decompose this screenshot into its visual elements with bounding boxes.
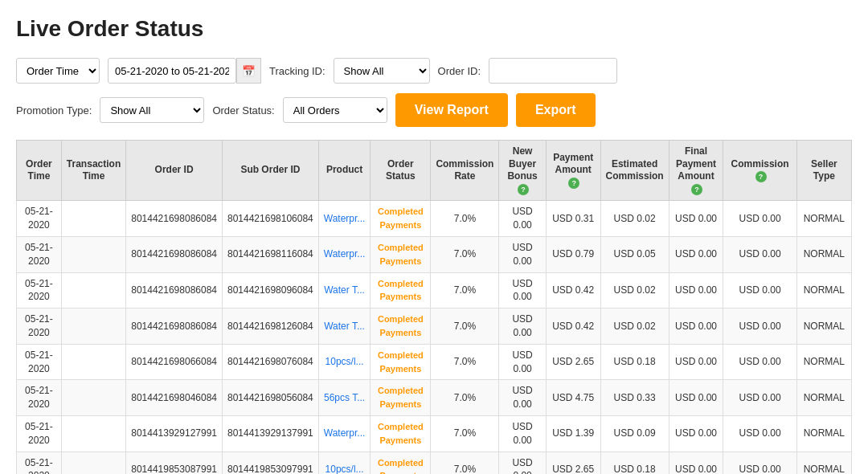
cell-order-time: 05-21-2020 bbox=[17, 272, 62, 309]
cell-sub-order-id: 8014419853097991 bbox=[223, 452, 319, 474]
order-status-value: CompletedPayments bbox=[378, 279, 424, 302]
cell-commission: USD 0.00 bbox=[723, 236, 796, 272]
order-status-value: CompletedPayments bbox=[378, 206, 424, 230]
cell-estimated-commission: USD 0.02 bbox=[600, 201, 669, 237]
cell-estimated-commission: USD 0.02 bbox=[600, 272, 669, 309]
cell-new-buyer-bonus: USD 0.00 bbox=[499, 236, 546, 272]
cell-payment-amount: USD 1.39 bbox=[546, 415, 600, 452]
final-payment-help-icon: ? bbox=[691, 184, 702, 195]
cell-new-buyer-bonus: USD 0.00 bbox=[499, 272, 546, 309]
cell-estimated-commission: USD 0.33 bbox=[600, 380, 669, 416]
cell-product[interactable]: Waterpr... bbox=[318, 201, 371, 237]
cell-new-buyer-bonus: USD 0.00 bbox=[499, 201, 546, 237]
promotion-type-select[interactable]: Show All bbox=[100, 97, 204, 123]
order-status-value: CompletedPayments bbox=[378, 386, 424, 409]
cell-estimated-commission: USD 0.05 bbox=[600, 236, 669, 272]
date-range-input[interactable] bbox=[108, 58, 236, 84]
col-final-payment-amount: FinalPaymentAmount ? bbox=[669, 141, 723, 201]
cell-commission-rate: 7.0% bbox=[431, 272, 499, 309]
cell-sub-order-id: 8014413929137991 bbox=[223, 415, 319, 452]
tracking-id-select[interactable]: Show All bbox=[334, 58, 430, 84]
product-link[interactable]: Waterpr... bbox=[324, 213, 366, 224]
order-status-value: CompletedPayments bbox=[378, 422, 424, 445]
tracking-id-label: Tracking ID: bbox=[269, 65, 326, 77]
order-status-value: CompletedPayments bbox=[378, 458, 424, 474]
col-transaction-time: TransactionTime bbox=[61, 141, 125, 201]
cell-order-id: 8014421698086084 bbox=[126, 201, 223, 237]
cell-product[interactable]: Water T... bbox=[318, 309, 371, 345]
commission-help-icon: ? bbox=[755, 171, 767, 182]
table-row: 05-21-2020 8014421698086084 801442169809… bbox=[17, 272, 852, 309]
cell-sub-order-id: 8014421698096084 bbox=[223, 272, 319, 309]
cell-order-status: CompletedPayments bbox=[371, 236, 431, 272]
cell-payment-amount: USD 0.79 bbox=[546, 236, 600, 272]
col-order-time: Order Time bbox=[17, 141, 62, 201]
export-button[interactable]: Export bbox=[516, 93, 596, 127]
cell-sub-order-id: 8014421698126084 bbox=[223, 309, 319, 345]
cell-sub-order-id: 8014421698076084 bbox=[223, 344, 319, 380]
product-link[interactable]: 56pcs T... bbox=[324, 392, 365, 403]
product-link[interactable]: Water T... bbox=[324, 284, 365, 296]
payment-amount-help-icon: ? bbox=[568, 178, 579, 189]
product-link[interactable]: 10pcs/l... bbox=[326, 464, 364, 474]
order-id-label: Order ID: bbox=[438, 65, 481, 77]
cell-product[interactable]: 10pcs/l... bbox=[318, 344, 371, 380]
cell-payment-amount: USD 2.65 bbox=[546, 452, 600, 474]
table-row: 05-21-2020 8014413929127991 801441392913… bbox=[17, 415, 852, 452]
cell-new-buyer-bonus: USD 0.00 bbox=[499, 415, 546, 452]
view-report-button[interactable]: View Report bbox=[395, 93, 508, 127]
cell-order-status: CompletedPayments bbox=[371, 415, 431, 452]
table-row: 05-21-2020 8014421698046084 801442169805… bbox=[17, 380, 852, 416]
cell-commission-rate: 7.0% bbox=[431, 415, 499, 452]
cell-seller-type: NORMAL bbox=[796, 452, 851, 474]
cell-commission: USD 0.00 bbox=[723, 452, 796, 474]
orders-table: Order Time TransactionTime Order ID Sub … bbox=[16, 140, 852, 474]
cell-product[interactable]: 10pcs/l... bbox=[318, 452, 371, 474]
cell-order-id: 8014421698086084 bbox=[126, 236, 223, 272]
cell-product[interactable]: Waterpr... bbox=[318, 236, 371, 272]
cell-commission: USD 0.00 bbox=[723, 344, 796, 380]
col-sub-order-id: Sub Order ID bbox=[223, 141, 319, 201]
product-link[interactable]: 10pcs/l... bbox=[326, 356, 364, 367]
col-new-buyer-bonus: New BuyerBonus ? bbox=[499, 141, 546, 201]
cell-product[interactable]: Water T... bbox=[318, 272, 371, 309]
cell-final-payment-amount: USD 0.00 bbox=[669, 380, 723, 416]
cell-final-payment-amount: USD 0.00 bbox=[669, 415, 723, 452]
cell-final-payment-amount: USD 0.00 bbox=[669, 236, 723, 272]
cell-order-status: CompletedPayments bbox=[371, 309, 431, 345]
cell-commission-rate: 7.0% bbox=[431, 309, 499, 345]
product-link[interactable]: Waterpr... bbox=[324, 248, 366, 259]
cell-payment-amount: USD 0.42 bbox=[546, 272, 600, 309]
cell-new-buyer-bonus: USD 0.00 bbox=[499, 344, 546, 380]
cell-estimated-commission: USD 0.09 bbox=[600, 415, 669, 452]
calendar-button[interactable]: 📅 bbox=[236, 58, 261, 84]
order-time-select[interactable]: Order Time bbox=[16, 58, 100, 84]
cell-estimated-commission: USD 0.02 bbox=[600, 309, 669, 345]
cell-seller-type: NORMAL bbox=[796, 380, 851, 416]
cell-product[interactable]: Waterpr... bbox=[318, 415, 371, 452]
table-row: 05-21-2020 8014419853087991 801441985309… bbox=[17, 452, 852, 474]
cell-transaction-time bbox=[61, 344, 125, 380]
col-commission-rate: CommissionRate bbox=[431, 141, 499, 201]
cell-transaction-time bbox=[61, 201, 125, 237]
cell-order-status: CompletedPayments bbox=[371, 201, 431, 237]
cell-final-payment-amount: USD 0.00 bbox=[669, 452, 723, 474]
col-order-id: Order ID bbox=[126, 141, 223, 201]
table-row: 05-21-2020 8014421698086084 801442169812… bbox=[17, 309, 852, 345]
cell-product[interactable]: 56pcs T... bbox=[318, 380, 371, 416]
cell-estimated-commission: USD 0.18 bbox=[600, 344, 669, 380]
page-title: Live Order Status bbox=[16, 16, 852, 42]
cell-payment-amount: USD 0.42 bbox=[546, 309, 600, 345]
product-link[interactable]: Waterpr... bbox=[324, 427, 366, 439]
product-link[interactable]: Water T... bbox=[324, 321, 365, 332]
cell-transaction-time bbox=[61, 380, 125, 416]
cell-sub-order-id: 8014421698106084 bbox=[223, 201, 319, 237]
cell-new-buyer-bonus: USD 0.00 bbox=[499, 380, 546, 416]
cell-payment-amount: USD 4.75 bbox=[546, 380, 600, 416]
cell-commission: USD 0.00 bbox=[723, 201, 796, 237]
order-id-input[interactable] bbox=[489, 58, 617, 84]
cell-final-payment-amount: USD 0.00 bbox=[669, 309, 723, 345]
cell-commission-rate: 7.0% bbox=[431, 201, 499, 237]
order-status-select[interactable]: All Orders bbox=[283, 97, 387, 123]
cell-transaction-time bbox=[61, 452, 125, 474]
